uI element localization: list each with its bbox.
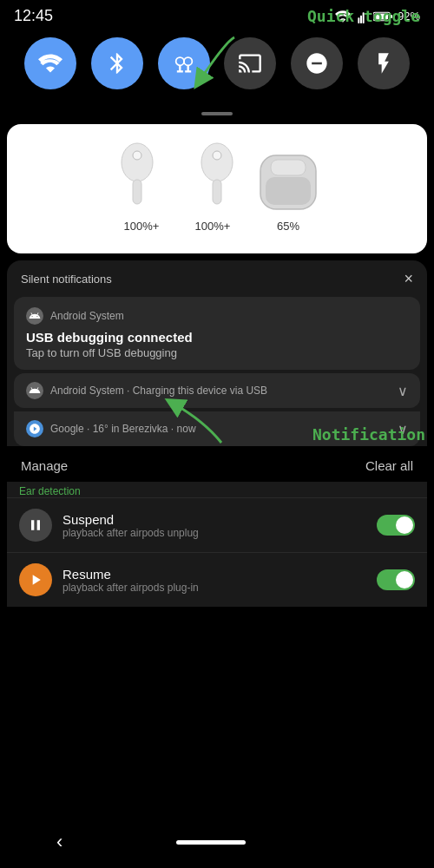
svg-point-13: [133, 151, 141, 160]
suspend-subtitle: playback after airpods unplug: [62, 527, 199, 539]
left-airpod-image: [111, 138, 172, 216]
home-pill[interactable]: [176, 840, 246, 845]
ear-detection-label: Ear detection: [7, 482, 427, 497]
notif-body: Tap to turn off USB debugging: [26, 346, 408, 359]
left-airpod-label: 100%+: [124, 220, 160, 233]
quick-toggle-arrow: [174, 33, 243, 97]
svg-point-15: [201, 143, 233, 181]
right-airpod: 100%+: [182, 138, 243, 233]
suspend-icon: [19, 509, 52, 542]
svg-point-16: [213, 151, 221, 160]
airpods-card: 100%+ 100%+ 65%: [7, 124, 427, 253]
right-airpod-label: 100%+: [195, 220, 231, 233]
svg-rect-19: [266, 177, 311, 205]
resume-toggle[interactable]: [377, 569, 415, 590]
case-label: 65%: [277, 220, 299, 233]
resume-text: Resume playback after airpods plug-in: [62, 567, 199, 594]
nav-bar: ‹: [0, 819, 434, 868]
airpods-images: 100%+ 100%+ 65%: [111, 138, 323, 233]
usb-notification-card[interactable]: Android System USB debugging connected T…: [14, 297, 420, 370]
google-icon: [26, 420, 43, 437]
right-airpod-image: [182, 138, 243, 216]
clear-all-button[interactable]: Clear all: [365, 458, 413, 473]
resume-icon: [19, 563, 52, 596]
qs-wifi-button[interactable]: [24, 37, 76, 89]
android-system-icon: [26, 307, 43, 325]
manage-button[interactable]: Manage: [21, 458, 68, 473]
suspend-title: Suspend: [62, 512, 199, 527]
suspend-media-item[interactable]: Suspend playback after airpods unplug: [7, 497, 427, 552]
notif-app-row: Android System: [26, 307, 408, 325]
action-bar: Manage Clear all: [0, 446, 434, 482]
resume-title: Resume: [62, 567, 199, 582]
chevron-down-icon: ∨: [398, 383, 408, 399]
svg-rect-17: [213, 180, 221, 204]
suspend-toggle[interactable]: [377, 515, 415, 536]
charging-notif-left: Android System · Charging this device vi…: [26, 382, 267, 399]
media-controls: Ear detection Suspend playback after air…: [7, 482, 427, 607]
svg-rect-14: [133, 180, 141, 204]
suspend-text: Suspend playback after airpods unplug: [62, 512, 199, 539]
silent-label: Silent notifications: [21, 273, 112, 286]
svg-rect-20: [271, 160, 306, 175]
silent-notifications-header: Silent notifications ×: [7, 260, 427, 293]
quick-toggle-annotation: Quick toggle: [307, 7, 420, 25]
left-airpod: 100%+: [111, 138, 172, 233]
qs-dnd-button[interactable]: [291, 37, 343, 89]
notification-arrow: [161, 395, 230, 450]
notification-annotation: Notification: [312, 425, 425, 444]
airpods-case-image: [253, 147, 323, 216]
charging-notif-text: Android System · Charging this device vi…: [50, 385, 267, 397]
notif-app-name: Android System: [50, 310, 124, 322]
resume-media-item[interactable]: Resume playback after airpods plug-in: [7, 552, 427, 607]
airpods-case: 65%: [253, 147, 323, 233]
resume-subtitle: playback after airpods plug-in: [62, 582, 199, 594]
status-time: 12:45: [14, 7, 53, 25]
resume-left: Resume playback after airpods plug-in: [19, 563, 199, 596]
android-system-icon-2: [26, 382, 43, 399]
qs-page-indicator: [0, 103, 434, 124]
back-button[interactable]: ‹: [56, 831, 62, 853]
notif-title: USB debugging connected: [26, 330, 408, 345]
svg-point-12: [122, 143, 153, 181]
qs-flashlight-button[interactable]: [358, 37, 410, 89]
suspend-left: Suspend playback after airpods unplug: [19, 509, 199, 542]
close-notifications-button[interactable]: ×: [404, 271, 413, 286]
qs-bluetooth-button[interactable]: [91, 37, 143, 89]
